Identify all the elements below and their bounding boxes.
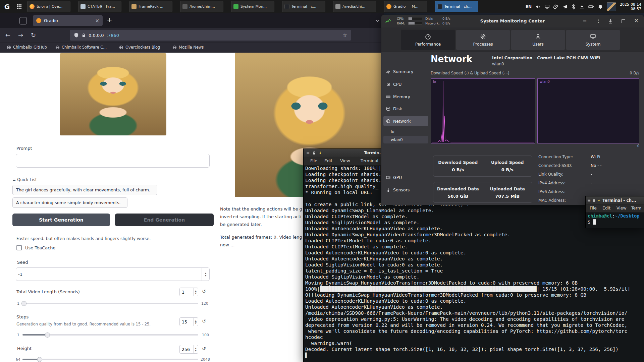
kebab-menu-icon[interactable]: ⋮ bbox=[596, 18, 601, 24]
display-icon[interactable] bbox=[544, 4, 550, 9]
new-tab-button[interactable]: + bbox=[107, 16, 112, 24]
menu-edit[interactable]: Edit bbox=[602, 205, 610, 210]
quick-list-item[interactable]: A character doing some simple body movem… bbox=[12, 197, 127, 208]
menu-icon[interactable]: ≡ bbox=[587, 198, 591, 203]
prompt-input[interactable] bbox=[16, 154, 210, 168]
app-grid-icon[interactable] bbox=[14, 1, 24, 12]
lightning-icon bbox=[597, 198, 601, 202]
height-spinner[interactable]: ▲▼ bbox=[193, 345, 198, 353]
video-length-input[interactable] bbox=[180, 288, 193, 296]
steps-slider-knob[interactable] bbox=[45, 333, 50, 338]
tab-close-icon[interactable]: × bbox=[95, 18, 99, 24]
bookmark-star-icon[interactable]: ☆ bbox=[343, 32, 347, 38]
menu-file[interactable]: File bbox=[590, 205, 597, 210]
seed-spinner[interactable]: ▲▼ bbox=[202, 268, 209, 281]
tab-users[interactable]: Users bbox=[511, 29, 565, 50]
battery-icon[interactable] bbox=[588, 4, 594, 9]
menu-terminal[interactable]: Terminal bbox=[361, 158, 378, 163]
bookmark-item[interactable]: Chimbalix Software C... bbox=[55, 45, 107, 50]
end-generation-button[interactable]: End Generation bbox=[115, 214, 214, 226]
height-reset-icon[interactable]: ↺ bbox=[202, 346, 206, 351]
tab-gradio[interactable]: Gradio × bbox=[33, 15, 103, 26]
menu-edit[interactable]: Edit bbox=[324, 158, 332, 163]
terminal-title-bar[interactable]: ≡ Terminal - ch... bbox=[586, 196, 644, 205]
sidebar-item-memory[interactable]: Memory bbox=[383, 92, 428, 102]
tab-performance[interactable]: Performance bbox=[401, 29, 455, 50]
screenshot-thumbnail[interactable] bbox=[607, 2, 616, 11]
video-length-spinner[interactable]: ▲▼ bbox=[193, 288, 198, 296]
sidebar-item-cpu[interactable]: CPU bbox=[383, 79, 428, 89]
sidebar-item-summary[interactable]: Summary bbox=[383, 66, 428, 76]
taskbar-window-home[interactable]: /home/chim... bbox=[180, 1, 223, 12]
video-length-slider[interactable] bbox=[22, 303, 198, 304]
firefox-view-button[interactable] bbox=[19, 17, 27, 24]
sidebar-item-disk[interactable]: Disk bbox=[383, 104, 428, 114]
taskbar-window-terminal1[interactable]: Terminal - c... bbox=[282, 1, 325, 12]
reload-button[interactable]: ↻ bbox=[31, 31, 36, 39]
keyboard-layout-indicator[interactable]: EN bbox=[526, 4, 532, 9]
clock[interactable]: 2025-08-14 08:57 bbox=[620, 2, 641, 11]
tab-label: Processes bbox=[473, 42, 493, 47]
steps-spinner[interactable]: ▲▼ bbox=[193, 318, 198, 326]
steps-reset-icon[interactable]: ↺ bbox=[202, 318, 206, 324]
taskbar-window-article[interactable]: СТАТЬЯ - Fra... bbox=[78, 1, 121, 12]
lock-icon[interactable] bbox=[82, 33, 86, 38]
input-image-preview[interactable] bbox=[60, 53, 166, 135]
teacache-checkbox[interactable] bbox=[16, 245, 22, 250]
clipboard-icon[interactable] bbox=[553, 4, 559, 9]
hamburger-menu-icon[interactable]: ≡ bbox=[583, 18, 587, 24]
firefox-icon bbox=[30, 4, 35, 9]
notifications-bell-icon[interactable] bbox=[598, 4, 603, 9]
telegram-icon[interactable] bbox=[562, 4, 568, 9]
sidebar-item-network[interactable]: Network bbox=[383, 116, 428, 126]
menu-view[interactable]: View bbox=[340, 158, 350, 163]
sidebar-item-sensors[interactable]: Sensors bbox=[383, 185, 428, 195]
tab-system[interactable]: System bbox=[566, 29, 620, 50]
volume-icon[interactable] bbox=[535, 4, 541, 9]
height-slider[interactable] bbox=[22, 359, 198, 360]
forward-button[interactable]: → bbox=[18, 31, 23, 39]
seed-input[interactable] bbox=[16, 268, 202, 281]
taskbar-window-terminal2[interactable]: Terminal - ch... bbox=[435, 1, 478, 12]
bookmark-item[interactable]: Overclockers Blog bbox=[119, 45, 160, 50]
eject-icon[interactable] bbox=[579, 4, 585, 9]
shield-icon[interactable] bbox=[74, 33, 79, 38]
start-generation-button[interactable]: Start Generation bbox=[12, 214, 110, 226]
steps-field[interactable]: ▲▼ bbox=[179, 317, 198, 326]
back-button[interactable]: ← bbox=[5, 31, 10, 39]
menu-file[interactable]: File bbox=[310, 158, 317, 163]
maximize-icon[interactable] bbox=[622, 19, 625, 23]
url-bar[interactable]: 0.0.0.0:7860 ☆ bbox=[70, 30, 351, 41]
video-length-field[interactable]: ▲▼ bbox=[179, 288, 198, 296]
all-tabs-chevron-icon[interactable] bbox=[375, 19, 380, 22]
close-icon[interactable]: × bbox=[634, 17, 639, 24]
stat-upload-speed: Upload Speed0 B/s bbox=[483, 156, 532, 176]
steps-input[interactable] bbox=[180, 318, 193, 326]
download-icon[interactable] bbox=[608, 19, 613, 24]
tab-processes[interactable]: Processes bbox=[456, 29, 510, 50]
bookmark-item[interactable]: Chimbalix GitHub bbox=[7, 45, 47, 50]
sidebar-item-gpu[interactable]: GPU bbox=[383, 172, 428, 182]
menu-view[interactable]: View bbox=[616, 205, 627, 210]
taskbar-window-sysmon[interactable]: System Mon... bbox=[231, 1, 274, 12]
taskbar-window-media[interactable]: /media/chi... bbox=[333, 1, 376, 12]
seed-field[interactable]: ▲▼ bbox=[16, 267, 210, 281]
bluetooth-icon[interactable] bbox=[572, 4, 576, 9]
taskbar-window-blog[interactable]: Блоги | Ove... bbox=[27, 1, 70, 12]
menu-icon[interactable]: ≡ bbox=[306, 150, 310, 155]
video-length-reset-icon[interactable]: ↺ bbox=[202, 289, 206, 294]
monitor-header-bar[interactable]: CPU: RAM: Disk: 0 B/s Network: 0 B/s Sys… bbox=[381, 15, 644, 28]
height-field[interactable]: ▲▼ bbox=[179, 345, 198, 354]
quick-list-item[interactable]: The girl dances gracefully, with clear m… bbox=[12, 185, 157, 195]
sidebar-item-lo[interactable]: lo bbox=[383, 128, 428, 135]
taskbar-window-framepack[interactable]: FramePack-... bbox=[129, 1, 172, 12]
menu-terminal[interactable]: Term bbox=[631, 205, 641, 210]
height-input[interactable] bbox=[180, 345, 193, 353]
video-length-slider-knob[interactable] bbox=[21, 301, 26, 306]
sidebar-label: GPU bbox=[393, 175, 402, 180]
height-slider-knob[interactable] bbox=[37, 357, 42, 362]
taskbar-window-gradio[interactable]: Gradio — M... bbox=[384, 1, 427, 12]
sidebar-item-wlan0[interactable]: wlan0 bbox=[383, 136, 428, 143]
chimbalix-menu-logo[interactable]: G bbox=[2, 2, 12, 11]
bookmark-item[interactable]: Mozilla News bbox=[172, 45, 204, 50]
